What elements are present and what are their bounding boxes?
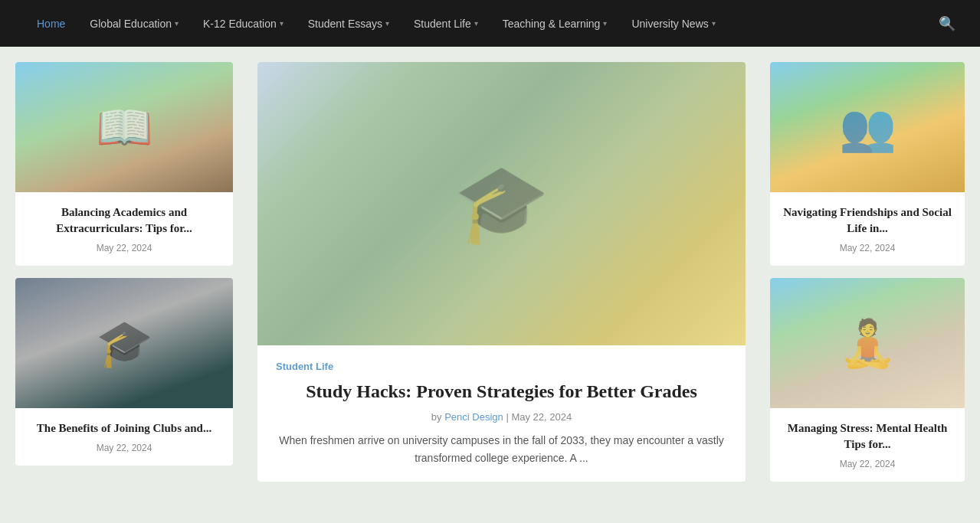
nav-item-student-essays[interactable]: Student Essays ▾ xyxy=(296,0,402,47)
nav-item-global-education[interactable]: Global Education ▾ xyxy=(77,0,191,47)
card-benefits[interactable]: The Benefits of Joining Clubs and... May… xyxy=(15,278,233,466)
featured-body: Student Life Study Hacks: Proven Strateg… xyxy=(257,345,746,482)
featured-meta-by: by xyxy=(431,411,444,423)
chevron-down-icon: ▾ xyxy=(474,19,478,28)
featured-meta: by Penci Design | May 22, 2024 xyxy=(276,411,727,423)
card-benefits-image xyxy=(15,278,233,408)
card-benefits-date: May 22, 2024 xyxy=(28,443,221,453)
card-benefits-body: The Benefits of Joining Clubs and... May… xyxy=(15,408,233,466)
featured-author-link[interactable]: Penci Design xyxy=(444,411,503,423)
card-stress-body: Managing Stress: Mental Health Tips for.… xyxy=(770,408,965,482)
featured-date: May 22, 2024 xyxy=(511,411,572,423)
card-balancing-date: May 22, 2024 xyxy=(28,243,221,253)
center-column: Student Life Study Hacks: Proven Strateg… xyxy=(245,62,758,482)
navigation: Home Global Education ▾ K-12 Education ▾… xyxy=(0,0,980,47)
nav-item-k12[interactable]: K-12 Education ▾ xyxy=(191,0,296,47)
nav-label-teaching: Teaching & Learning xyxy=(503,18,601,30)
nav-label-k12: K-12 Education xyxy=(203,18,277,30)
nav-label-global-education: Global Education xyxy=(90,18,172,30)
right-column: Navigating Friendships and Social Life i… xyxy=(758,62,965,482)
card-stress[interactable]: Managing Stress: Mental Health Tips for.… xyxy=(770,278,965,482)
left-column: Balancing Academics and Extracurriculars… xyxy=(15,62,245,482)
featured-card[interactable]: Student Life Study Hacks: Proven Strateg… xyxy=(257,62,746,482)
card-benefits-title: The Benefits of Joining Clubs and... xyxy=(28,420,221,436)
nav-item-student-life[interactable]: Student Life ▾ xyxy=(402,0,490,47)
featured-category: Student Life xyxy=(276,361,727,372)
nav-label-home: Home xyxy=(37,18,65,30)
chevron-down-icon: ▾ xyxy=(175,19,179,28)
card-navigating-title: Navigating Friendships and Social Life i… xyxy=(782,204,952,237)
featured-title: Study Hacks: Proven Strategies for Bette… xyxy=(276,380,727,404)
nav-item-university-news[interactable]: University News ▾ xyxy=(619,0,727,47)
nav-item-teaching[interactable]: Teaching & Learning ▾ xyxy=(490,0,620,47)
card-stress-title: Managing Stress: Mental Health Tips for.… xyxy=(782,420,952,453)
card-stress-date: May 22, 2024 xyxy=(782,459,952,469)
chevron-down-icon: ▾ xyxy=(280,19,284,28)
card-navigating[interactable]: Navigating Friendships and Social Life i… xyxy=(770,62,965,266)
chevron-down-icon: ▾ xyxy=(712,19,716,28)
nav-label-student-life: Student Life xyxy=(414,18,471,30)
chevron-down-icon: ▾ xyxy=(603,19,607,28)
card-stress-image xyxy=(770,278,965,408)
featured-excerpt: When freshmen arrive on university campu… xyxy=(276,432,727,466)
nav-label-university-news: University News xyxy=(631,18,708,30)
search-icon[interactable]: 🔍 xyxy=(939,15,955,32)
card-balancing-title: Balancing Academics and Extracurriculars… xyxy=(28,204,221,237)
nav-items: Home Global Education ▾ K-12 Education ▾… xyxy=(25,0,939,47)
card-balancing-image xyxy=(15,62,233,192)
card-balancing-body: Balancing Academics and Extracurriculars… xyxy=(15,192,233,266)
main-content: Balancing Academics and Extracurriculars… xyxy=(0,47,980,497)
card-navigating-body: Navigating Friendships and Social Life i… xyxy=(770,192,965,266)
featured-image xyxy=(257,62,746,345)
nav-item-home[interactable]: Home xyxy=(25,0,77,47)
chevron-down-icon: ▾ xyxy=(385,19,389,28)
nav-label-student-essays: Student Essays xyxy=(308,18,382,30)
card-navigating-image xyxy=(770,62,965,192)
card-balancing[interactable]: Balancing Academics and Extracurriculars… xyxy=(15,62,233,266)
card-navigating-date: May 22, 2024 xyxy=(782,243,952,253)
